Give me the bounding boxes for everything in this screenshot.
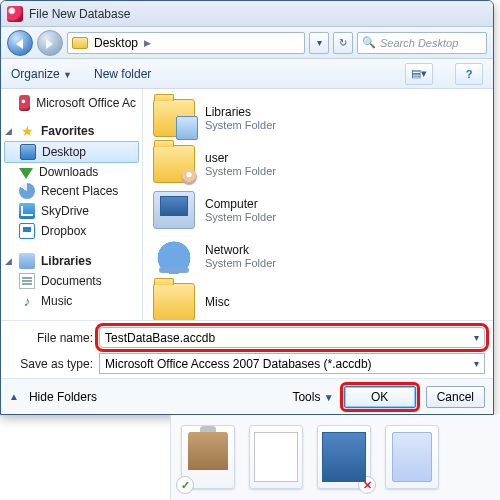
search-placeholder: Search Desktop: [380, 37, 458, 49]
fields-area: File name: TestDataBase.accdb Save as ty…: [1, 320, 493, 378]
desktop-folder-icon: [72, 37, 88, 49]
list-item[interactable]: ComputerSystem Folder: [151, 187, 485, 233]
nav-forward-button[interactable]: [37, 30, 63, 56]
save-dialog: File New Database Desktop ▶ ▾ ↻ 🔍 Search…: [0, 0, 494, 415]
template-thumbnails: ✓ ✕: [181, 425, 490, 489]
ok-button[interactable]: OK: [344, 386, 416, 408]
music-icon: ♪: [19, 293, 35, 309]
command-bar: Organize ▼ New folder ▤▾ ?: [1, 59, 493, 89]
desktop-icon: [20, 144, 36, 160]
filename-label: File name:: [9, 331, 93, 345]
template-thumb[interactable]: ✓: [181, 425, 235, 489]
user-folder-icon: [153, 145, 195, 183]
documents-icon: [19, 273, 35, 289]
chevron-right-icon[interactable]: ▶: [144, 38, 151, 48]
views-button[interactable]: ▤▾: [405, 63, 433, 85]
template-thumb[interactable]: [385, 425, 439, 489]
sidebar-item-music[interactable]: ♪Music: [1, 291, 142, 311]
chevron-up-icon[interactable]: ▲: [9, 391, 19, 402]
dialog-footer: ▲ Hide Folders Tools ▼ OK Cancel: [1, 378, 493, 414]
access-app-icon: [7, 6, 23, 22]
dialog-title: File New Database: [29, 7, 130, 21]
template-thumb[interactable]: ✕: [317, 425, 371, 489]
nav-bar: Desktop ▶ ▾ ↻ 🔍 Search Desktop: [1, 27, 493, 59]
libraries-icon: [19, 253, 35, 269]
sidebar-item-desktop[interactable]: Desktop: [4, 141, 139, 163]
help-button[interactable]: ?: [455, 63, 483, 85]
list-item[interactable]: Misc: [151, 279, 485, 320]
breadcrumb-location[interactable]: Desktop: [94, 36, 138, 50]
sidebar-item-recent[interactable]: Recent Places: [1, 181, 142, 201]
list-item[interactable]: LibrariesSystem Folder: [151, 95, 485, 141]
folder-icon: [153, 283, 195, 320]
recent-icon: [19, 183, 35, 199]
collapse-icon[interactable]: ◢: [5, 256, 12, 266]
sidebar-item-documents[interactable]: Documents: [1, 271, 142, 291]
nav-back-button[interactable]: [7, 30, 33, 56]
refresh-button[interactable]: ↻: [333, 32, 353, 54]
template-thumb[interactable]: [249, 425, 303, 489]
address-history-dropdown[interactable]: ▾: [309, 32, 329, 54]
background-panel: ✓ ✕ MicrosoftOffice Online What's new in…: [170, 415, 500, 500]
file-list[interactable]: LibrariesSystem Folder userSystem Folder…: [143, 89, 493, 320]
check-badge-icon: ✓: [176, 476, 194, 494]
close-badge-icon: ✕: [358, 476, 376, 494]
collapse-icon[interactable]: ◢: [5, 126, 12, 136]
search-icon: 🔍: [362, 36, 376, 49]
star-icon: ★: [19, 123, 35, 139]
list-item[interactable]: userSystem Folder: [151, 141, 485, 187]
skydrive-icon: [19, 203, 35, 219]
download-icon: [19, 168, 33, 179]
hide-folders-link[interactable]: Hide Folders: [29, 390, 97, 404]
cancel-button[interactable]: Cancel: [426, 386, 485, 408]
access-icon: [19, 95, 30, 111]
search-input[interactable]: 🔍 Search Desktop: [357, 32, 487, 54]
address-bar[interactable]: Desktop ▶: [67, 32, 305, 54]
savetype-select[interactable]: Microsoft Office Access 2007 Databases (…: [99, 353, 485, 374]
computer-icon: [153, 191, 195, 229]
sidebar-item-downloads[interactable]: Downloads: [1, 163, 142, 181]
sidebar-group-libraries[interactable]: ◢Libraries: [1, 251, 142, 271]
libraries-folder-icon: [153, 99, 195, 137]
new-folder-button[interactable]: New folder: [94, 67, 151, 81]
organize-menu[interactable]: Organize ▼: [11, 67, 72, 81]
tools-menu[interactable]: Tools ▼: [292, 390, 333, 404]
sidebar-item-skydrive[interactable]: SkyDrive: [1, 201, 142, 221]
sidebar-group-favorites[interactable]: ◢★Favorites: [1, 121, 142, 141]
sidebar-item-access[interactable]: Microsoft Office Ac: [1, 93, 142, 113]
sidebar-item-dropbox[interactable]: Dropbox: [1, 221, 142, 241]
network-icon: [153, 237, 195, 275]
list-item[interactable]: NetworkSystem Folder: [151, 233, 485, 279]
savetype-label: Save as type:: [9, 357, 93, 371]
navigation-pane[interactable]: Microsoft Office Ac ◢★Favorites Desktop …: [1, 89, 143, 320]
filename-input[interactable]: TestDataBase.accdb: [99, 327, 485, 348]
dropbox-icon: [19, 223, 35, 239]
titlebar[interactable]: File New Database: [1, 1, 493, 27]
